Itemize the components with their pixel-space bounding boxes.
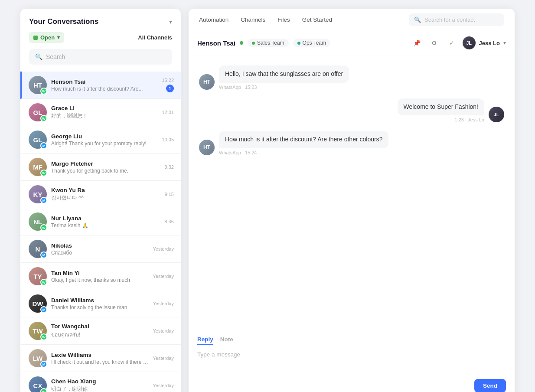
conv-time: 12:01 xyxy=(162,110,174,115)
all-channels-filter[interactable]: All Channels xyxy=(138,34,172,41)
channel-badge-icon: W xyxy=(40,170,47,176)
ops-team-label: Ops Team xyxy=(303,40,326,46)
conv-time: 15:22 xyxy=(162,78,174,83)
agent-avatar-msg: JL xyxy=(489,107,504,122)
conv-time: 9:15 xyxy=(165,192,174,197)
conv-preview: 好的，謝謝您！ xyxy=(51,112,157,120)
search-icon: 🔍 xyxy=(35,53,42,60)
conv-name: Chen Hao Xiang xyxy=(51,378,148,385)
conversation-item-lexie[interactable]: LW M Lexie Williams I'll check it out an… xyxy=(20,345,181,372)
avatar-wrap: CX W xyxy=(29,376,47,392)
conv-time: Yesterday xyxy=(153,274,174,279)
message-placeholder: Type a message xyxy=(197,351,240,358)
message-meta: 1:23 Jess Lo xyxy=(455,117,485,122)
reply-tab[interactable]: Reply xyxy=(197,336,213,345)
message-row-msg3: HT How much is it after the discount? Ar… xyxy=(199,131,504,155)
message-bubble-wrap: Welcome to Super Fashion! 1:23 Jess Lo xyxy=(398,98,485,123)
conv-preview: Thank you for getting back to me. xyxy=(51,168,160,174)
conv-time: Yesterday xyxy=(153,246,174,252)
avatar-wrap: TW W xyxy=(29,322,47,340)
conv-meta: Yesterday xyxy=(153,383,174,388)
conv-name: Daniel Williams xyxy=(51,297,148,304)
conversation-item-kwon[interactable]: KY M Kwon Yu Ra 감사합니다 ^^ 9:15 xyxy=(20,181,181,208)
message-bubble-wrap: How much is it after the discount? Are t… xyxy=(219,131,388,155)
contact-search[interactable]: 🔍 Search for a contact xyxy=(409,13,504,26)
nav-item-get-started[interactable]: Get Started xyxy=(302,15,332,25)
search-placeholder: Search xyxy=(46,53,65,60)
conv-preview: Alright! Thank you for your prompty repl… xyxy=(51,140,157,147)
channel-badge-icon: M xyxy=(40,306,47,313)
app-container: Your Conversations ▾ Open ▾ All Channels… xyxy=(20,9,515,392)
header-top: Your Conversations ▾ xyxy=(29,17,172,26)
channel-badge-icon: W xyxy=(40,224,47,231)
avatar-wrap: KY M xyxy=(29,185,47,203)
conv-content: Tor Wangchai ขอบคุณครับ! xyxy=(51,323,148,339)
nav-item-automation[interactable]: Automation xyxy=(199,15,228,25)
panel-chevron-icon[interactable]: ▾ xyxy=(169,18,172,25)
conv-content: Tan Min Yi Okay, I get it now, thanks so… xyxy=(51,270,148,283)
note-tab[interactable]: Note xyxy=(220,336,233,345)
search-box[interactable]: 🔍 Search xyxy=(29,49,172,65)
message-bubble: How much is it after the discount? Are t… xyxy=(219,131,388,148)
header-actions: 📌 ⚙ ✓ JL Jess Lo ▾ xyxy=(411,36,506,49)
conv-time: Yesterday xyxy=(153,356,174,361)
avatar-wrap: NL W xyxy=(29,212,47,231)
conv-preview: Okay, I get it now, thanks so much xyxy=(51,277,148,283)
conv-content: Henson Tsai How much is it after the dis… xyxy=(51,78,157,92)
conversation-item-daniel[interactable]: DW M Daniel Williams Thanks for solving … xyxy=(20,290,181,317)
conv-name: Grace Li xyxy=(51,105,157,111)
conv-meta: Yesterday xyxy=(153,274,174,279)
conversation-item-george[interactable]: GL M George Liu Alright! Thank you for y… xyxy=(20,126,181,154)
conversation-item-tanmin[interactable]: TY W Tan Min Yi Okay, I get it now, than… xyxy=(20,263,181,290)
open-dot-icon xyxy=(33,36,38,40)
sales-team-badge[interactable]: Sales Team xyxy=(248,39,288,47)
conversation-item-chen[interactable]: CX W Chen Hao Xiang 明白了，谢谢你 Yesterday xyxy=(20,372,181,392)
check-button[interactable]: ✓ xyxy=(445,36,458,49)
conversation-item-grace[interactable]: GL W Grace Li 好的，謝謝您！ 12:01 xyxy=(20,99,181,126)
message-row-msg2: Welcome to Super Fashion! 1:23 Jess Lo J… xyxy=(199,98,504,123)
nav-item-files[interactable]: Files xyxy=(277,15,290,25)
conv-content: Margo Fletcher Thank you for getting bac… xyxy=(51,160,160,174)
conversation-item-margo[interactable]: MF W Margo Fletcher Thank you for gettin… xyxy=(20,154,181,181)
send-button[interactable]: Send xyxy=(474,379,506,392)
conversation-item-henson[interactable]: HT W Henson Tsai How much is it after th… xyxy=(20,72,181,99)
filter-row: Open ▾ All Channels xyxy=(29,32,172,43)
conv-content: Grace Li 好的，謝謝您！ xyxy=(51,105,157,120)
sender-avatar: HT xyxy=(199,74,215,90)
message-meta: WhatsApp 15:24 xyxy=(219,150,388,155)
conversation-item-tor[interactable]: TW W Tor Wangchai ขอบคุณครับ! Yesterday xyxy=(20,317,181,345)
conv-content: Chen Hao Xiang 明白了，谢谢你 xyxy=(51,378,148,392)
conversations-list: HT W Henson Tsai How much is it after th… xyxy=(20,72,181,392)
conv-meta: Yesterday xyxy=(153,356,174,361)
ops-team-badge[interactable]: Ops Team xyxy=(293,39,330,47)
conv-preview: How much is it after the discount? Are..… xyxy=(51,86,157,92)
conversations-panel: Your Conversations ▾ Open ▾ All Channels… xyxy=(20,9,181,392)
contact-name: Henson Tsai xyxy=(197,39,235,47)
conv-name: Henson Tsai xyxy=(51,78,157,85)
conv-meta: Yesterday xyxy=(153,301,174,306)
agent-info[interactable]: JL Jess Lo ▾ xyxy=(463,36,506,49)
nav-search-placeholder: Search for a contact xyxy=(424,16,475,23)
chat-header: Henson Tsai Sales Team Ops Team 📌 ⚙ ✓ JL… xyxy=(189,31,515,55)
conversation-item-nur[interactable]: NL W Nur Liyana Terima kasih 🙏 8:45 xyxy=(20,208,181,235)
message-bubble-wrap: Hello, I saw that the sunglasses are on … xyxy=(219,65,349,90)
message-input[interactable]: Type a message xyxy=(197,350,506,376)
pin-button[interactable]: 📌 xyxy=(411,36,424,49)
channel-badge-icon: W xyxy=(40,115,47,122)
conversation-item-nikolas[interactable]: N M Nikolas Спасибо Yesterday xyxy=(20,235,181,263)
message-meta: WhatsApp 15:23 xyxy=(219,85,349,90)
avatar-wrap: GL W xyxy=(29,103,47,121)
open-filter-button[interactable]: Open ▾ xyxy=(29,32,64,43)
settings-button[interactable]: ⚙ xyxy=(428,36,441,49)
sales-team-dot xyxy=(252,42,255,45)
reply-footer: Send xyxy=(197,379,506,392)
avatar-wrap: N M xyxy=(29,240,47,258)
conv-preview: Спасибо xyxy=(51,250,148,256)
conv-name: Nikolas xyxy=(51,242,148,249)
conv-preview: Thanks for solving the issue man xyxy=(51,304,148,310)
reply-tabs: Reply Note xyxy=(197,336,506,345)
nav-item-channels[interactable]: Channels xyxy=(241,15,265,25)
conv-name: Lexie Williams xyxy=(51,352,148,358)
conv-preview: 明白了，谢谢你 xyxy=(51,385,148,392)
agent-avatar: JL xyxy=(463,36,476,49)
